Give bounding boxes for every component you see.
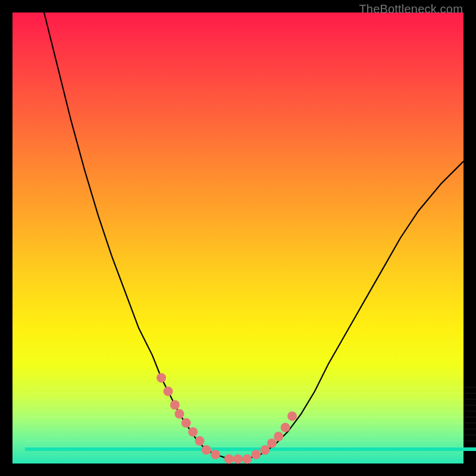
highlight-dot [195,436,205,446]
highlight-dot [261,445,270,455]
highlight-dot [156,373,166,383]
highlight-dot [251,450,261,459]
chart-svg [12,12,464,464]
highlight-dot [175,409,184,419]
highlight-dots-group [156,373,297,464]
highlight-dot [281,422,290,432]
highlight-dot [170,400,180,410]
highlight-dot [242,454,252,464]
highlight-dot [211,450,220,459]
highlight-dot [224,454,234,464]
highlight-dot [181,418,191,428]
attribution-label: TheBottleneck.com [359,2,463,16]
bottleneck-curve [44,12,464,459]
chart-frame: TheBottleneck.com [0,0,476,476]
highlight-dot [202,445,211,455]
highlight-dot [188,427,198,437]
plot-area [12,12,464,464]
highlight-dot [287,411,297,421]
highlight-dot [233,454,243,464]
highlight-dot [274,432,283,441]
highlight-dot [267,439,277,448]
highlight-dot [164,387,173,396]
